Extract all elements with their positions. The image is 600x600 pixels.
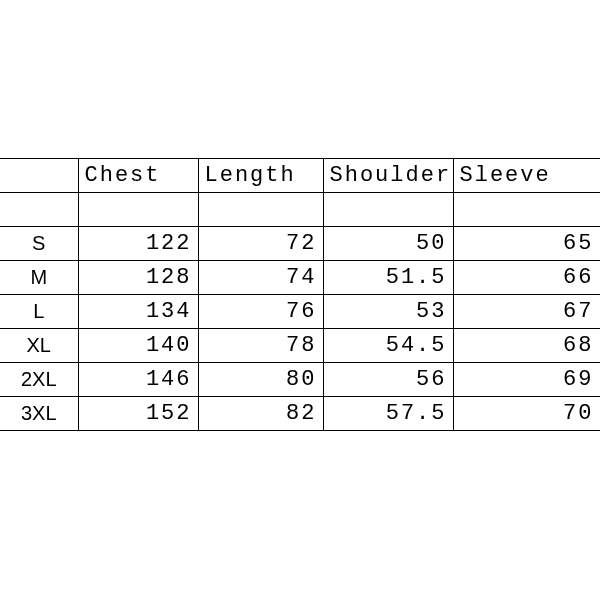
spacer-cell xyxy=(453,193,600,227)
cell-length: 80 xyxy=(198,363,323,397)
header-shoulder: Shoulder xyxy=(323,159,453,193)
size-label: L xyxy=(0,295,78,329)
size-label: XL xyxy=(0,329,78,363)
cell-chest: 128 xyxy=(78,261,198,295)
size-chart: Chest Length Shoulder Sleeve S 122 72 50… xyxy=(0,158,600,431)
header-sleeve: Sleeve xyxy=(453,159,600,193)
table-row: XL 140 78 54.5 68 xyxy=(0,329,600,363)
spacer-row xyxy=(0,193,600,227)
spacer-cell xyxy=(323,193,453,227)
table-row: M 128 74 51.5 66 xyxy=(0,261,600,295)
table-row: L 134 76 53 67 xyxy=(0,295,600,329)
spacer-cell xyxy=(78,193,198,227)
cell-shoulder: 56 xyxy=(323,363,453,397)
cell-sleeve: 67 xyxy=(453,295,600,329)
spacer-cell xyxy=(0,193,78,227)
header-row: Chest Length Shoulder Sleeve xyxy=(0,159,600,193)
cell-length: 82 xyxy=(198,397,323,431)
size-label: S xyxy=(0,227,78,261)
header-chest: Chest xyxy=(78,159,198,193)
cell-shoulder: 50 xyxy=(323,227,453,261)
cell-sleeve: 69 xyxy=(453,363,600,397)
cell-length: 78 xyxy=(198,329,323,363)
cell-chest: 152 xyxy=(78,397,198,431)
cell-sleeve: 66 xyxy=(453,261,600,295)
cell-sleeve: 65 xyxy=(453,227,600,261)
cell-sleeve: 70 xyxy=(453,397,600,431)
cell-chest: 122 xyxy=(78,227,198,261)
table-row: 2XL 146 80 56 69 xyxy=(0,363,600,397)
cell-chest: 146 xyxy=(78,363,198,397)
table-row: 3XL 152 82 57.5 70 xyxy=(0,397,600,431)
table-row: S 122 72 50 65 xyxy=(0,227,600,261)
header-length: Length xyxy=(198,159,323,193)
header-blank xyxy=(0,159,78,193)
cell-chest: 140 xyxy=(78,329,198,363)
size-label: 3XL xyxy=(0,397,78,431)
cell-shoulder: 57.5 xyxy=(323,397,453,431)
size-label: M xyxy=(0,261,78,295)
size-label: 2XL xyxy=(0,363,78,397)
size-table: Chest Length Shoulder Sleeve S 122 72 50… xyxy=(0,158,600,431)
cell-sleeve: 68 xyxy=(453,329,600,363)
cell-shoulder: 53 xyxy=(323,295,453,329)
cell-shoulder: 51.5 xyxy=(323,261,453,295)
spacer-cell xyxy=(198,193,323,227)
cell-chest: 134 xyxy=(78,295,198,329)
cell-length: 74 xyxy=(198,261,323,295)
cell-length: 72 xyxy=(198,227,323,261)
cell-shoulder: 54.5 xyxy=(323,329,453,363)
cell-length: 76 xyxy=(198,295,323,329)
